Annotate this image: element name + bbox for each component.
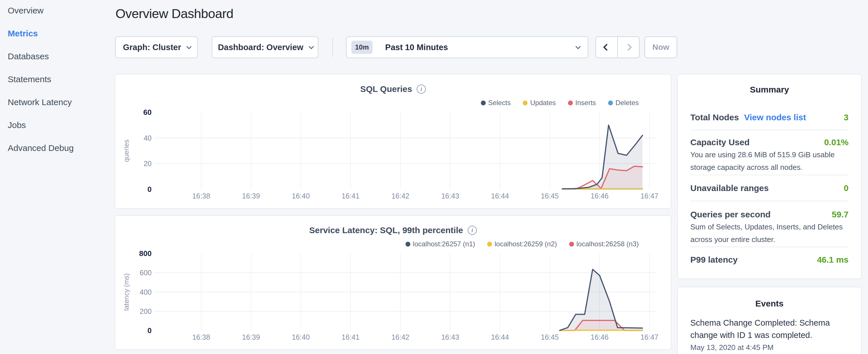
summary-label: Unavailable ranges: [690, 183, 769, 193]
summary-row-capacity-used: Capacity Used 0.01%: [690, 136, 848, 149]
events-panel: Events Schema Change Completed: Schema c…: [677, 287, 862, 354]
event-message[interactable]: Schema Change Completed: Schema change w…: [690, 317, 848, 342]
svg-text:16:40: 16:40: [292, 192, 310, 200]
summary-value: 0: [844, 183, 848, 193]
svg-text:40: 40: [144, 134, 152, 142]
svg-text:200: 200: [140, 307, 152, 315]
svg-text:0: 0: [148, 185, 152, 194]
sidebar-item-metrics[interactable]: Metrics: [8, 27, 115, 40]
svg-text:16:39: 16:39: [242, 192, 260, 200]
chevron-right-icon: [625, 43, 632, 51]
summary-value: 0.01%: [824, 137, 848, 147]
page-title: Overview Dashboard: [116, 6, 233, 21]
divider: [690, 175, 848, 175]
sidebar-item-statements[interactable]: Statements: [8, 73, 115, 86]
chevron-down-icon: [186, 44, 191, 49]
time-pager: [595, 36, 640, 58]
summary-panel: Summary Total Nodes View nodes list 3 Ca…: [677, 74, 862, 279]
svg-text:16:38: 16:38: [192, 333, 210, 341]
summary-value: 59.7: [832, 210, 848, 219]
sidebar-item-jobs[interactable]: Jobs: [8, 119, 115, 132]
summary-label: P99 latency: [690, 255, 738, 265]
dashboard-dropdown[interactable]: Dashboard: Overview: [212, 36, 318, 58]
event-timestamp: May 13, 2020 at 4:45 PM: [690, 343, 848, 352]
divider: [690, 201, 848, 201]
service-latency-chart-card: Service Latency: SQL, 99th percentile i …: [115, 215, 672, 350]
chevron-left-icon: [603, 43, 610, 51]
sql-queries-chart-card: SQL Queries i SelectsUpdatesInsertsDelet…: [115, 74, 672, 209]
svg-text:16:46: 16:46: [591, 192, 609, 200]
divider: [690, 247, 848, 247]
svg-text:16:45: 16:45: [541, 333, 559, 341]
divider: [690, 130, 848, 130]
svg-text:16:43: 16:43: [441, 333, 459, 341]
svg-text:16:43: 16:43: [441, 192, 459, 200]
summary-description: You are using 28.6 MiB of 515.9 GiB usab…: [690, 148, 848, 173]
svg-text:0: 0: [148, 326, 152, 335]
svg-text:16:39: 16:39: [242, 333, 260, 341]
graph-dropdown[interactable]: Graph: Cluster: [115, 36, 198, 58]
svg-text:16:41: 16:41: [342, 192, 360, 200]
sidebar-item-databases[interactable]: Databases: [8, 50, 115, 63]
now-button[interactable]: Now: [645, 36, 677, 58]
svg-text:16:38: 16:38: [192, 192, 210, 200]
svg-text:16:41: 16:41: [342, 333, 360, 341]
summary-label: Total Nodes: [690, 112, 739, 122]
svg-text:latency (ms): latency (ms): [122, 273, 130, 311]
sql-queries-chart[interactable]: 16:3816:3916:4016:4116:4216:4316:4416:45…: [115, 74, 672, 210]
time-window-label: Past 10 Minutes: [385, 43, 570, 52]
summary-row-p99-latency: P99 latency 46.1 ms: [690, 254, 848, 266]
summary-label: Capacity Used: [690, 137, 750, 147]
svg-text:800: 800: [139, 249, 152, 258]
time-range-dropdown[interactable]: 10m Past 10 Minutes: [346, 36, 588, 58]
sidebar: Overview Metrics Databases Statements Ne…: [0, 0, 115, 354]
toolbar-divider: [333, 37, 333, 57]
chevron-down-icon: [309, 44, 314, 49]
chevron-down-icon: [576, 44, 581, 49]
svg-text:16:47: 16:47: [641, 333, 658, 341]
svg-text:16:42: 16:42: [392, 333, 409, 341]
svg-text:16:44: 16:44: [491, 192, 509, 200]
svg-text:16:47: 16:47: [641, 192, 658, 200]
summary-label: Queries per second: [690, 210, 771, 219]
service-latency-chart[interactable]: 16:3816:3916:4016:4116:4216:4316:4416:45…: [115, 216, 672, 351]
svg-text:16:44: 16:44: [491, 333, 509, 341]
summary-row-queries-per-second: Queries per second 59.7: [690, 208, 848, 221]
svg-text:400: 400: [140, 288, 152, 296]
prev-time-button[interactable]: [596, 37, 618, 58]
summary-value: 46.1 ms: [817, 255, 848, 265]
svg-text:16:46: 16:46: [591, 333, 609, 341]
svg-text:16:45: 16:45: [541, 192, 559, 200]
summary-value: 3: [844, 112, 848, 122]
sidebar-item-network-latency[interactable]: Network Latency: [8, 96, 115, 109]
events-heading: Events: [678, 299, 861, 309]
view-nodes-list-link[interactable]: View nodes list: [744, 112, 806, 122]
svg-text:60: 60: [143, 108, 152, 117]
summary-row-unavailable-ranges: Unavailable ranges 0: [690, 182, 848, 194]
summary-description: Sum of Selects, Updates, Inserts, and De…: [690, 221, 848, 246]
sidebar-item-advanced-debug[interactable]: Advanced Debug: [8, 141, 115, 155]
next-time-button[interactable]: [618, 37, 639, 58]
svg-text:600: 600: [140, 269, 152, 277]
dashboard-dropdown-label: Dashboard: Overview: [218, 43, 303, 52]
summary-heading: Summary: [678, 85, 861, 95]
svg-text:20: 20: [144, 160, 152, 167]
svg-text:16:42: 16:42: [392, 192, 409, 200]
sidebar-item-overview[interactable]: Overview: [8, 4, 115, 17]
svg-text:16:40: 16:40: [292, 333, 310, 341]
svg-text:queries: queries: [122, 139, 130, 162]
graph-dropdown-label: Graph: Cluster: [123, 43, 181, 52]
time-window-badge: 10m: [351, 41, 373, 54]
summary-row-total-nodes: Total Nodes View nodes list 3: [690, 111, 848, 124]
